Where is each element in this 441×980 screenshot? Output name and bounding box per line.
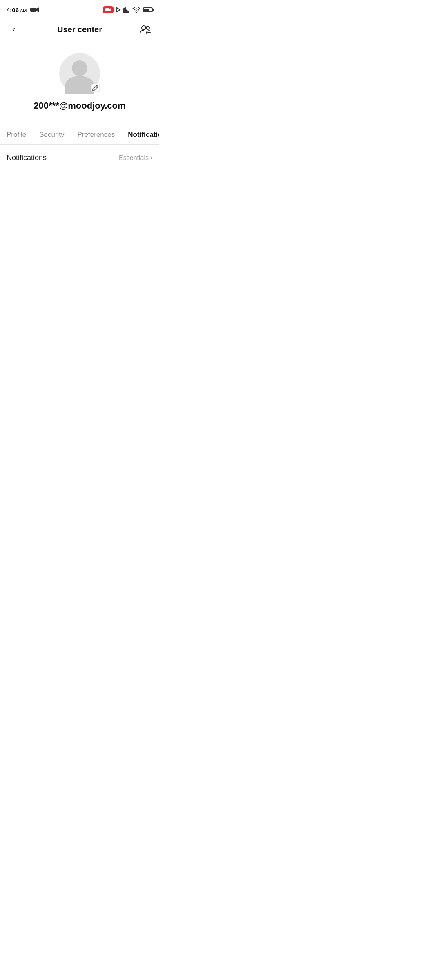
svg-rect-0: [30, 8, 36, 12]
svg-rect-2: [105, 8, 109, 11]
moon-icon: [123, 7, 130, 13]
video-camera-icon: [30, 7, 39, 13]
manage-users-icon: [140, 24, 151, 34]
notifications-row-label: Notifications: [7, 154, 47, 162]
tabs-container: Profile Security Preferences Notificatio…: [0, 126, 159, 145]
header: ‹ User center: [0, 18, 159, 41]
tab-notifications[interactable]: Notifications: [121, 126, 159, 145]
svg-point-5: [142, 26, 146, 30]
tab-preferences[interactable]: Preferences: [71, 126, 122, 145]
status-icons-left: [30, 7, 39, 13]
status-bar: 4:06 AM: [0, 0, 159, 18]
manage-users-button[interactable]: [138, 22, 153, 37]
page-title: User center: [57, 25, 102, 34]
recording-badge: [103, 6, 114, 13]
svg-point-4: [136, 12, 137, 13]
battery-icon: [143, 7, 153, 12]
notifications-settings-row[interactable]: Notifications Essentials ›: [0, 145, 159, 172]
svg-marker-3: [109, 8, 111, 11]
svg-point-6: [146, 26, 149, 29]
user-email: 200***@moodjoy.com: [25, 100, 134, 111]
avatar-section: 200***@moodjoy.com: [0, 41, 159, 118]
status-time: 4:06 AM: [7, 7, 27, 13]
avatar-head: [72, 60, 87, 76]
back-button[interactable]: ‹: [7, 22, 21, 37]
bluetooth-icon: [116, 6, 121, 13]
svg-marker-1: [36, 7, 39, 12]
tab-profile[interactable]: Profile: [0, 126, 33, 145]
status-icons-right: [103, 6, 153, 13]
avatar-wrapper: [59, 53, 100, 94]
back-arrow-icon: ‹: [12, 24, 15, 35]
chevron-right-icon: ›: [150, 154, 153, 162]
wifi-icon: [132, 7, 140, 13]
notifications-value-link[interactable]: Essentials ›: [119, 154, 153, 162]
edit-icon: [91, 83, 100, 92]
edit-avatar-button[interactable]: [89, 82, 102, 94]
content-area: Notifications Essentials ›: [0, 145, 159, 172]
tab-security[interactable]: Security: [33, 126, 71, 145]
status-left: 4:06 AM: [7, 7, 39, 13]
notifications-row-value: Essentials: [119, 154, 149, 162]
